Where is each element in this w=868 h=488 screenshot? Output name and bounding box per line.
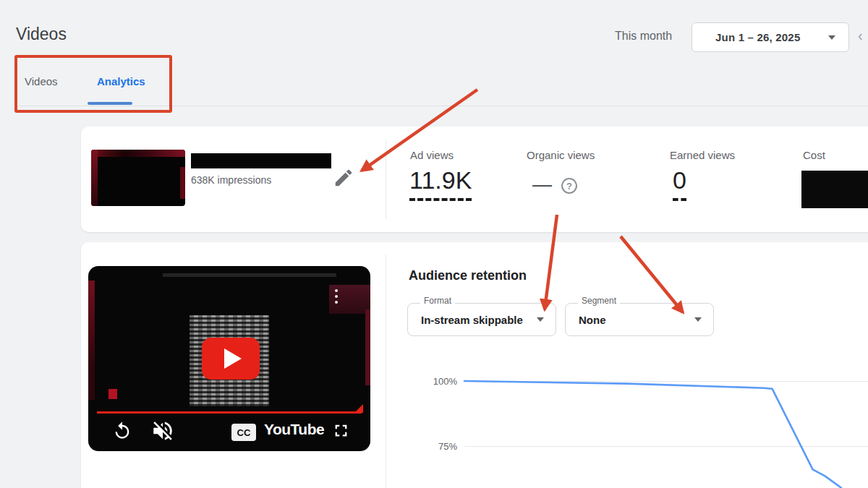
y-axis-tick-100: 100% <box>422 376 457 387</box>
period-label: This month <box>615 30 672 43</box>
annotation-rectangle <box>14 55 172 113</box>
segment-dropdown-label: Segment <box>578 296 620 306</box>
card-divider <box>386 140 386 219</box>
progress-marker <box>354 404 363 413</box>
video-thumbnail[interactable] <box>91 150 185 206</box>
y-axis-tick-75: 75% <box>422 441 457 452</box>
video-title-redaction <box>191 153 331 168</box>
play-icon <box>224 348 242 369</box>
page-title: Videos <box>16 25 67 44</box>
player-frame-redaction <box>163 273 336 277</box>
player-menu-block <box>329 285 370 314</box>
date-range-value: Jun 1 – 26, 2025 <box>715 31 800 43</box>
impressions-count: 638K impressions <box>191 174 271 186</box>
metric-value-earned-views: 0 <box>673 166 686 201</box>
player-frame-redaction <box>365 309 370 385</box>
edit-button[interactable] <box>333 167 354 189</box>
format-dropdown[interactable]: In-stream skippable <box>407 303 556 336</box>
gridline-75 <box>464 446 868 447</box>
replay-button[interactable] <box>112 421 132 441</box>
segment-dropdown-value: None <box>579 314 606 326</box>
metric-label-earned-views: Earned views <box>670 149 735 161</box>
thumbnail-redaction <box>180 167 185 199</box>
format-dropdown-value: In-stream skippable <box>421 314 523 326</box>
cc-button[interactable]: CC <box>231 424 256 441</box>
card-divider <box>386 254 386 488</box>
youtube-logo[interactable]: YouTube <box>264 421 324 438</box>
metric-value-organic-views: — <box>532 174 552 196</box>
page: Videos This month Jun 1 – 26, 2025 ‹ Vid… <box>0 0 868 488</box>
chevron-down-icon <box>828 35 835 40</box>
segment-dropdown[interactable]: None <box>565 303 714 336</box>
metric-value-ad-views: 11.9K <box>409 166 472 201</box>
retention-title: Audience retention <box>409 268 527 283</box>
mute-icon <box>150 419 175 443</box>
date-range-button[interactable]: Jun 1 – 26, 2025 <box>692 22 849 52</box>
player-frame-redaction <box>88 281 95 400</box>
thumbnail-redaction <box>91 150 185 157</box>
mute-button[interactable] <box>150 419 175 443</box>
pencil-icon <box>333 167 354 189</box>
metric-label-ad-views: Ad views <box>410 149 454 161</box>
metric-label-organic-views: Organic views <box>527 149 595 161</box>
collapse-chevron-icon[interactable]: ‹ <box>858 27 863 44</box>
fullscreen-icon <box>331 421 351 440</box>
player-frame-redaction <box>109 389 117 399</box>
video-player[interactable]: CC YouTube <box>88 266 370 451</box>
progress-bar[interactable] <box>97 411 362 414</box>
format-dropdown-label: Format <box>420 296 455 306</box>
thumbnail-redaction <box>91 150 98 206</box>
metric-label-cost: Cost <box>803 149 825 161</box>
chevron-down-icon <box>537 317 544 322</box>
gridline-100 <box>464 381 868 382</box>
cost-value-redaction <box>801 171 868 208</box>
fullscreen-button[interactable] <box>331 421 351 440</box>
help-icon[interactable]: ? <box>561 178 577 194</box>
chevron-down-icon <box>694 317 702 322</box>
play-button[interactable] <box>202 338 260 380</box>
replay-icon <box>112 421 132 441</box>
